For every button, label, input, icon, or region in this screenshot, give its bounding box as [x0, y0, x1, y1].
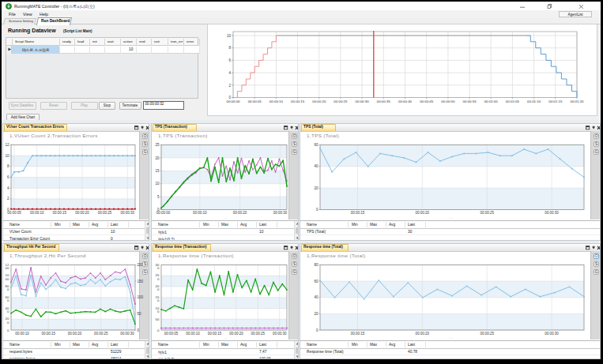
svg-text:10: 10 — [5, 154, 9, 158]
svg-text:00:00:20: 00:00:20 — [229, 332, 243, 336]
svg-text:4: 4 — [228, 71, 231, 75]
svg-text:8: 8 — [228, 46, 231, 50]
svg-text:00: 00 — [6, 277, 9, 281]
svg-text:00:00:20: 00:00:20 — [416, 332, 430, 336]
svg-text:00:00:10: 00:00:10 — [186, 332, 200, 336]
svg-text:00:00:15: 00:00:15 — [208, 332, 222, 336]
svg-text:00:00:25: 00:00:25 — [98, 211, 112, 215]
svg-text:00: 00 — [6, 266, 9, 270]
svg-text:00:00:15: 00:00:15 — [291, 99, 305, 103]
svg-text:0: 0 — [157, 298, 160, 302]
svg-text:20: 20 — [155, 156, 160, 160]
svg-text:00:00:05: 00:00:05 — [164, 332, 179, 336]
svg-text:0: 0 — [157, 266, 160, 270]
svg-text:10: 10 — [227, 34, 232, 38]
svg-text:S: S — [144, 142, 146, 146]
svg-text:5: 5 — [157, 195, 160, 199]
svg-text:50: 50 — [156, 317, 160, 321]
svg-text:O: O — [144, 134, 147, 138]
svg-text:00:00:20: 00:00:20 — [75, 211, 89, 215]
svg-text:00:00:05: 00:00:05 — [7, 211, 21, 215]
svg-text:00:01:15: 00:01:15 — [548, 99, 563, 103]
svg-text:G: G — [293, 150, 296, 154]
svg-text:0: 0 — [7, 321, 9, 325]
svg-text:6: 6 — [228, 58, 231, 62]
svg-text:S: S — [144, 262, 146, 266]
svg-text:00:00:15: 00:00:15 — [41, 332, 55, 336]
svg-text:00:00:35: 00:00:35 — [377, 99, 391, 103]
svg-text:G: G — [144, 270, 147, 274]
svg-text:00:00:30: 00:00:30 — [120, 332, 134, 336]
svg-text:00:00:00: 00:00:00 — [156, 211, 171, 215]
svg-text:S: S — [595, 142, 597, 146]
svg-text:00:00:20: 00:00:20 — [233, 211, 247, 215]
svg-text:00:00:15: 00:00:15 — [351, 332, 365, 336]
svg-text:25: 25 — [155, 143, 160, 147]
svg-text:0: 0 — [7, 287, 9, 291]
svg-text:00:00:55: 00:00:55 — [463, 99, 477, 103]
svg-text:00:00:45: 00:00:45 — [420, 99, 434, 103]
svg-text:00:00:25: 00:00:25 — [251, 332, 266, 336]
svg-text:G: G — [293, 270, 296, 274]
svg-text:80: 80 — [314, 263, 318, 267]
svg-text:S: S — [293, 262, 296, 266]
svg-text:6: 6 — [7, 175, 9, 179]
svg-text:40: 40 — [314, 295, 318, 299]
svg-text:50: 50 — [138, 312, 142, 316]
svg-text:00:00:30: 00:00:30 — [121, 211, 135, 215]
svg-text:00:00:00: 00:00:00 — [226, 99, 240, 103]
svg-text:0: 0 — [157, 328, 160, 332]
svg-text:00:00:15: 00:00:15 — [53, 211, 67, 215]
svg-text:S: S — [595, 262, 597, 266]
svg-text:O: O — [144, 254, 147, 258]
svg-text:00:00:10: 00:00:10 — [30, 211, 44, 215]
svg-text:2: 2 — [228, 84, 231, 88]
svg-text:00:00:20: 00:00:20 — [416, 211, 430, 215]
svg-text:00:00:15: 00:00:15 — [351, 211, 365, 215]
svg-text:150: 150 — [138, 280, 144, 283]
svg-text:100: 100 — [138, 295, 144, 299]
svg-text:00:00:20: 00:00:20 — [312, 99, 326, 103]
svg-text:O: O — [293, 134, 296, 138]
svg-text:00:00:25: 00:00:25 — [480, 332, 494, 336]
svg-text:O: O — [293, 254, 296, 258]
svg-text:0: 0 — [157, 310, 160, 313]
svg-text:8: 8 — [7, 164, 9, 168]
svg-text:00:01:00: 00:01:00 — [484, 99, 499, 103]
svg-text:0: 0 — [157, 277, 160, 281]
svg-text:10: 10 — [155, 182, 160, 186]
svg-text:0: 0 — [7, 328, 9, 332]
svg-text:00:01:05: 00:01:05 — [506, 99, 520, 103]
svg-text:60: 60 — [314, 143, 318, 147]
svg-text:00:00:50: 00:00:50 — [441, 99, 455, 103]
svg-text:0: 0 — [157, 287, 160, 291]
svg-text:G: G — [595, 270, 598, 274]
svg-text:2: 2 — [7, 197, 9, 201]
svg-text:12: 12 — [5, 143, 9, 147]
svg-text:0: 0 — [316, 208, 318, 212]
svg-text:00:00:10: 00:00:10 — [15, 332, 29, 336]
svg-text:S: S — [293, 142, 296, 146]
svg-text:00:00:10: 00:00:10 — [269, 99, 284, 103]
svg-text:00:00:05: 00:00:05 — [248, 99, 262, 103]
svg-text:20: 20 — [314, 186, 318, 190]
svg-text:0: 0 — [7, 310, 9, 313]
svg-text:00:00:30: 00:00:30 — [356, 99, 370, 103]
svg-text:G: G — [144, 150, 147, 154]
svg-text:00:00:40: 00:00:40 — [398, 99, 413, 103]
svg-text:40: 40 — [314, 164, 318, 168]
svg-text:00:00:30: 00:00:30 — [545, 332, 559, 336]
svg-text:00:01:20: 00:01:20 — [570, 99, 584, 103]
svg-text:00:00:30: 00:00:30 — [273, 211, 288, 215]
svg-text:0: 0 — [7, 298, 9, 302]
svg-text:00:00:30: 00:00:30 — [545, 211, 559, 215]
svg-text:15: 15 — [155, 169, 160, 173]
svg-text:0: 0 — [138, 328, 140, 332]
svg-text:00:00:25: 00:00:25 — [334, 99, 348, 103]
svg-text:G: G — [595, 150, 598, 154]
svg-text:00:00:25: 00:00:25 — [480, 211, 494, 215]
svg-text:00:00:20: 00:00:20 — [68, 332, 82, 336]
svg-text:00:00:10: 00:00:10 — [193, 211, 207, 215]
svg-text:00:00:30: 00:00:30 — [273, 332, 287, 336]
svg-text:60: 60 — [314, 280, 318, 283]
